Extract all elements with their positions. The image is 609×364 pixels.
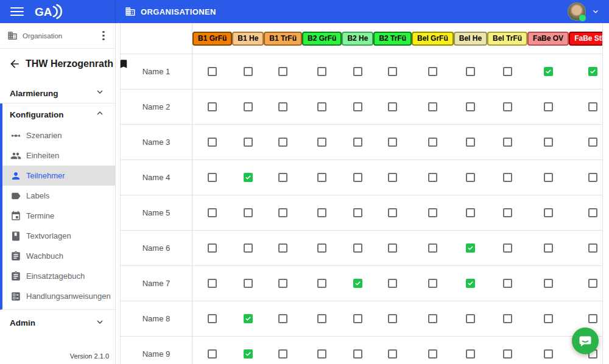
checkbox-name-5-b2-he[interactable]: [353, 208, 362, 217]
checkbox-name-7-b1-grfu[interactable]: [208, 279, 217, 288]
sidebar-item-textvorlagen[interactable]: Textvorlagen: [2, 226, 115, 246]
checkbox-name-9-bel-trfu[interactable]: [503, 349, 512, 359]
kebab-menu-icon[interactable]: [98, 30, 109, 41]
checkbox-name-4-bel-he[interactable]: [466, 173, 475, 182]
checkbox-name-8-fabe-ov[interactable]: [544, 314, 553, 323]
checkbox-name-1-bel-grfu[interactable]: [428, 67, 437, 76]
checkbox-name-4-fabe-ov[interactable]: [544, 173, 553, 182]
checkbox-name-5-fabe-strg[interactable]: [588, 208, 597, 217]
checkbox-name-7-b2-grfu[interactable]: [317, 279, 326, 288]
checkbox-name-2-b1-trfu[interactable]: [278, 102, 287, 111]
checkbox-name-9-fabe-ov[interactable]: [544, 349, 553, 359]
checkbox-name-3-b2-he[interactable]: [353, 138, 362, 147]
checkbox-name-6-b1-grfu[interactable]: [208, 243, 217, 253]
checkbox-name-9-b1-trfu[interactable]: [278, 349, 287, 359]
sidebar-section-admin[interactable]: Admin: [0, 313, 115, 333]
checkbox-name-3-bel-he[interactable]: [466, 138, 475, 147]
checkbox-name-2-bel-grfu[interactable]: [428, 102, 437, 111]
sidebar-item-teilnehmer[interactable]: Teilnehmer: [2, 166, 115, 186]
checkbox-name-4-b1-he[interactable]: [244, 173, 253, 182]
checkbox-name-6-b1-he[interactable]: [244, 243, 253, 253]
sidebar-item-einsatztagebuch[interactable]: Einsatztagebuch: [2, 266, 115, 286]
checkbox-name-9-b1-he[interactable]: [244, 349, 253, 359]
checkbox-name-7-fabe-ov[interactable]: [544, 279, 553, 288]
checkbox-name-2-fabe-strg[interactable]: [588, 102, 597, 111]
checkbox-name-3-fabe-strg[interactable]: [588, 138, 597, 147]
bookmark-icon[interactable]: [118, 58, 129, 69]
checkbox-name-4-b2-he[interactable]: [353, 173, 362, 182]
checkbox-name-7-b2-he[interactable]: [353, 279, 362, 288]
checkbox-name-8-fabe-strg[interactable]: [588, 314, 597, 323]
checkbox-name-1-b2-he[interactable]: [353, 67, 362, 76]
menu-icon[interactable]: [10, 5, 24, 18]
checkbox-name-2-b1-he[interactable]: [244, 102, 253, 111]
checkbox-name-6-b1-trfu[interactable]: [278, 243, 287, 253]
checkbox-name-4-b2-trfu[interactable]: [388, 173, 397, 182]
checkbox-name-2-bel-he[interactable]: [466, 102, 475, 111]
checkbox-name-5-b1-trfu[interactable]: [278, 208, 287, 217]
checkbox-name-8-b2-trfu[interactable]: [388, 314, 397, 323]
sidebar-item-wachbuch[interactable]: Wachbuch: [2, 246, 115, 266]
sidebar-item-einheiten[interactable]: Einheiten: [2, 145, 115, 166]
checkbox-name-8-bel-he[interactable]: [466, 314, 475, 323]
checkbox-name-3-fabe-ov[interactable]: [544, 138, 553, 147]
checkbox-name-6-fabe-ov[interactable]: [544, 243, 553, 253]
checkbox-name-2-b2-grfu[interactable]: [317, 102, 326, 111]
checkbox-name-7-bel-he[interactable]: [466, 279, 475, 288]
checkbox-name-9-b2-he[interactable]: [353, 349, 362, 359]
checkbox-name-1-bel-trfu[interactable]: [503, 67, 512, 76]
checkbox-name-7-b2-trfu[interactable]: [388, 279, 397, 288]
checkbox-name-5-b2-grfu[interactable]: [317, 208, 326, 217]
chat-button[interactable]: [572, 327, 599, 354]
checkbox-name-9-b2-trfu[interactable]: [388, 349, 397, 359]
checkbox-name-6-b2-grfu[interactable]: [317, 243, 326, 253]
checkbox-name-5-fabe-ov[interactable]: [544, 208, 553, 217]
checkbox-name-3-b2-trfu[interactable]: [388, 138, 397, 147]
sidebar-item-labels[interactable]: Labels: [2, 186, 115, 206]
checkbox-name-8-b1-grfu[interactable]: [208, 314, 217, 323]
checkbox-name-4-b1-trfu[interactable]: [278, 173, 287, 182]
checkbox-name-5-b1-grfu[interactable]: [208, 208, 217, 217]
checkbox-name-5-b1-he[interactable]: [244, 208, 253, 217]
checkbox-name-3-bel-grfu[interactable]: [428, 138, 437, 147]
checkbox-name-3-b1-he[interactable]: [244, 138, 253, 147]
sidebar-item-szenarien[interactable]: Szenarien: [2, 125, 115, 145]
checkbox-name-2-b1-grfu[interactable]: [208, 102, 217, 111]
checkbox-name-1-b1-grfu[interactable]: [208, 67, 217, 76]
checkbox-name-3-bel-trfu[interactable]: [503, 138, 512, 147]
checkbox-name-8-b2-grfu[interactable]: [317, 314, 326, 323]
user-menu-chevron-icon[interactable]: [591, 7, 600, 16]
checkbox-name-2-fabe-ov[interactable]: [544, 102, 553, 111]
checkbox-name-8-b1-he[interactable]: [244, 314, 253, 323]
checkbox-name-4-bel-trfu[interactable]: [503, 173, 512, 182]
checkbox-name-8-bel-grfu[interactable]: [428, 314, 437, 323]
checkbox-name-1-b1-trfu[interactable]: [278, 67, 287, 76]
checkbox-name-3-b2-grfu[interactable]: [317, 138, 326, 147]
checkbox-name-7-fabe-strg[interactable]: [588, 279, 597, 288]
checkbox-name-1-b2-grfu[interactable]: [317, 67, 326, 76]
checkbox-name-3-b1-trfu[interactable]: [278, 138, 287, 147]
checkbox-name-7-bel-grfu[interactable]: [428, 279, 437, 288]
checkbox-name-7-b1-trfu[interactable]: [278, 279, 287, 288]
checkbox-name-1-b2-trfu[interactable]: [388, 67, 397, 76]
checkbox-name-6-bel-trfu[interactable]: [503, 243, 512, 253]
checkbox-name-4-fabe-strg[interactable]: [588, 173, 597, 182]
checkbox-name-8-b2-he[interactable]: [353, 314, 362, 323]
checkbox-name-2-b2-trfu[interactable]: [388, 102, 397, 111]
checkbox-name-4-b1-grfu[interactable]: [208, 173, 217, 182]
checkbox-name-2-bel-trfu[interactable]: [503, 102, 512, 111]
checkbox-name-4-bel-grfu[interactable]: [428, 173, 437, 182]
checkbox-name-1-fabe-ov[interactable]: [544, 67, 553, 76]
checkbox-name-2-b2-he[interactable]: [353, 102, 362, 111]
checkbox-name-1-bel-he[interactable]: [466, 67, 475, 76]
sidebar-section-alarmierung[interactable]: Alarmierung: [0, 83, 115, 103]
user-avatar[interactable]: [568, 2, 586, 21]
checkbox-name-6-b2-trfu[interactable]: [388, 243, 397, 253]
checkbox-name-5-bel-grfu[interactable]: [428, 208, 437, 217]
sidebar-item-termine[interactable]: Termine: [2, 206, 115, 226]
checkbox-name-9-b2-grfu[interactable]: [317, 349, 326, 359]
checkbox-name-9-bel-he[interactable]: [466, 349, 475, 359]
checkbox-name-1-fabe-strg[interactable]: [588, 67, 597, 76]
checkbox-name-5-bel-he[interactable]: [466, 208, 475, 217]
checkbox-name-4-b2-grfu[interactable]: [317, 173, 326, 182]
